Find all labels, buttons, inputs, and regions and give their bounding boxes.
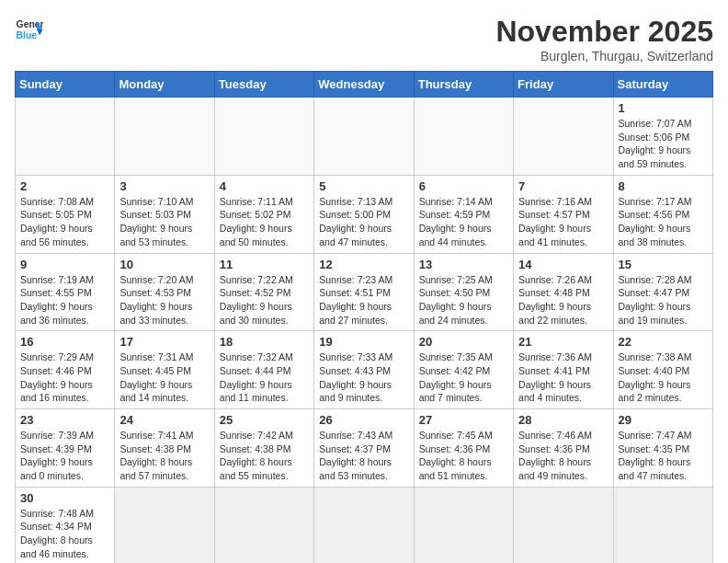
day-number: 2 — [20, 179, 109, 193]
day-number: 1 — [619, 101, 708, 115]
calendar-cell — [115, 98, 214, 176]
calendar-cell: 5Sunrise: 7:13 AM Sunset: 5:00 PM Daylig… — [314, 175, 414, 253]
header-wednesday: Wednesday — [314, 72, 414, 98]
location: Burglen, Thurgau, Switzerland — [495, 49, 713, 63]
day-number: 30 — [20, 491, 109, 505]
calendar-cell: 25Sunrise: 7:42 AM Sunset: 4:38 PM Dayli… — [214, 409, 313, 488]
header-tuesday: Tuesday — [214, 72, 313, 98]
header-sunday: Sunday — [16, 72, 115, 98]
calendar-cell: 26Sunrise: 7:43 AM Sunset: 4:37 PM Dayli… — [314, 409, 414, 488]
day-info: Sunrise: 7:08 AM Sunset: 5:05 PM Dayligh… — [20, 195, 109, 249]
day-info: Sunrise: 7:20 AM Sunset: 4:53 PM Dayligh… — [119, 273, 209, 327]
day-info: Sunrise: 7:41 AM Sunset: 4:38 PM Dayligh… — [119, 429, 209, 483]
calendar-cell — [115, 487, 214, 563]
calendar-cell — [214, 98, 313, 176]
day-info: Sunrise: 7:35 AM Sunset: 4:42 PM Dayligh… — [419, 350, 508, 405]
header-saturday: Saturday — [613, 72, 712, 98]
day-info: Sunrise: 7:10 AM Sunset: 5:03 PM Dayligh… — [119, 195, 209, 249]
calendar-cell — [514, 98, 613, 176]
day-number: 3 — [119, 179, 209, 193]
day-number: 10 — [119, 258, 209, 271]
calendar-cell — [414, 98, 513, 176]
day-number: 23 — [20, 413, 109, 427]
day-info: Sunrise: 7:13 AM Sunset: 5:00 PM Dayligh… — [319, 195, 408, 249]
calendar-cell: 12Sunrise: 7:23 AM Sunset: 4:51 PM Dayli… — [314, 253, 414, 331]
calendar-cell — [613, 487, 712, 563]
day-info: Sunrise: 7:17 AM Sunset: 4:56 PM Dayligh… — [619, 195, 708, 249]
day-number: 12 — [319, 258, 408, 271]
day-info: Sunrise: 7:42 AM Sunset: 4:38 PM Dayligh… — [220, 429, 309, 483]
day-info: Sunrise: 7:38 AM Sunset: 4:40 PM Dayligh… — [619, 350, 708, 405]
calendar-cell: 2Sunrise: 7:08 AM Sunset: 5:05 PM Daylig… — [16, 175, 115, 253]
calendar-cell: 30Sunrise: 7:48 AM Sunset: 4:34 PM Dayli… — [16, 487, 115, 563]
month-title: November 2025 — [495, 15, 713, 49]
calendar-cell: 28Sunrise: 7:46 AM Sunset: 4:36 PM Dayli… — [514, 409, 613, 488]
calendar-cell: 4Sunrise: 7:11 AM Sunset: 5:02 PM Daylig… — [214, 175, 313, 253]
day-info: Sunrise: 7:46 AM Sunset: 4:36 PM Dayligh… — [518, 429, 608, 483]
day-number: 15 — [619, 258, 708, 271]
day-number: 9 — [20, 258, 109, 271]
calendar-cell: 10Sunrise: 7:20 AM Sunset: 4:53 PM Dayli… — [115, 253, 214, 331]
day-number: 17 — [119, 335, 209, 349]
svg-marker-3 — [37, 29, 42, 35]
week-row-4: 16Sunrise: 7:29 AM Sunset: 4:46 PM Dayli… — [16, 331, 713, 409]
day-number: 19 — [319, 335, 408, 349]
calendar-cell: 21Sunrise: 7:36 AM Sunset: 4:41 PM Dayli… — [514, 331, 613, 409]
week-row-5: 23Sunrise: 7:39 AM Sunset: 4:39 PM Dayli… — [16, 409, 713, 488]
day-number: 22 — [619, 335, 708, 349]
week-row-3: 9Sunrise: 7:19 AM Sunset: 4:55 PM Daylig… — [16, 253, 713, 331]
day-info: Sunrise: 7:23 AM Sunset: 4:51 PM Dayligh… — [319, 273, 408, 327]
calendar-cell: 13Sunrise: 7:25 AM Sunset: 4:50 PM Dayli… — [414, 253, 513, 331]
day-number: 16 — [20, 335, 109, 349]
calendar-cell: 18Sunrise: 7:32 AM Sunset: 4:44 PM Dayli… — [214, 331, 313, 409]
day-info: Sunrise: 7:25 AM Sunset: 4:50 PM Dayligh… — [419, 273, 508, 327]
calendar-cell — [214, 487, 313, 563]
calendar-cell: 3Sunrise: 7:10 AM Sunset: 5:03 PM Daylig… — [115, 175, 214, 253]
day-number: 8 — [619, 179, 708, 193]
calendar-cell — [16, 98, 115, 176]
day-info: Sunrise: 7:36 AM Sunset: 4:41 PM Dayligh… — [518, 350, 608, 405]
calendar-cell: 1Sunrise: 7:07 AM Sunset: 5:06 PM Daylig… — [613, 98, 712, 176]
day-number: 26 — [319, 413, 408, 427]
calendar-cell — [314, 487, 414, 563]
day-number: 27 — [419, 413, 508, 427]
calendar-cell: 7Sunrise: 7:16 AM Sunset: 4:57 PM Daylig… — [514, 175, 613, 253]
calendar-cell: 15Sunrise: 7:28 AM Sunset: 4:47 PM Dayli… — [613, 253, 712, 331]
day-info: Sunrise: 7:16 AM Sunset: 4:57 PM Dayligh… — [518, 195, 608, 249]
day-info: Sunrise: 7:19 AM Sunset: 4:55 PM Dayligh… — [20, 273, 109, 327]
calendar-cell — [514, 487, 613, 563]
day-info: Sunrise: 7:14 AM Sunset: 4:59 PM Dayligh… — [419, 195, 508, 249]
day-number: 29 — [619, 413, 708, 427]
calendar-cell — [314, 98, 414, 176]
calendar-cell: 27Sunrise: 7:45 AM Sunset: 4:36 PM Dayli… — [414, 409, 513, 488]
day-info: Sunrise: 7:33 AM Sunset: 4:43 PM Dayligh… — [319, 350, 408, 405]
day-info: Sunrise: 7:26 AM Sunset: 4:48 PM Dayligh… — [518, 273, 608, 327]
calendar-cell: 16Sunrise: 7:29 AM Sunset: 4:46 PM Dayli… — [16, 331, 115, 409]
day-info: Sunrise: 7:11 AM Sunset: 5:02 PM Dayligh… — [220, 195, 309, 249]
day-info: Sunrise: 7:28 AM Sunset: 4:47 PM Dayligh… — [619, 273, 708, 327]
day-info: Sunrise: 7:45 AM Sunset: 4:36 PM Dayligh… — [419, 429, 508, 483]
day-info: Sunrise: 7:39 AM Sunset: 4:39 PM Dayligh… — [20, 429, 109, 483]
calendar-cell: 6Sunrise: 7:14 AM Sunset: 4:59 PM Daylig… — [414, 175, 513, 253]
day-number: 14 — [518, 258, 608, 271]
logo: General Blue — [15, 15, 44, 44]
title-area: November 2025 Burglen, Thurgau, Switzerl… — [495, 15, 713, 63]
day-info: Sunrise: 7:47 AM Sunset: 4:35 PM Dayligh… — [619, 429, 708, 483]
calendar-cell: 14Sunrise: 7:26 AM Sunset: 4:48 PM Dayli… — [514, 253, 613, 331]
day-number: 11 — [220, 258, 309, 271]
day-number: 5 — [319, 179, 408, 193]
day-number: 7 — [518, 179, 608, 193]
day-number: 21 — [518, 335, 608, 349]
calendar-cell: 17Sunrise: 7:31 AM Sunset: 4:45 PM Dayli… — [115, 331, 214, 409]
calendar-cell: 19Sunrise: 7:33 AM Sunset: 4:43 PM Dayli… — [314, 331, 414, 409]
calendar-cell: 22Sunrise: 7:38 AM Sunset: 4:40 PM Dayli… — [613, 331, 712, 409]
calendar-cell: 24Sunrise: 7:41 AM Sunset: 4:38 PM Dayli… — [115, 409, 214, 488]
day-number: 24 — [119, 413, 209, 427]
day-number: 25 — [220, 413, 309, 427]
calendar-cell: 9Sunrise: 7:19 AM Sunset: 4:55 PM Daylig… — [16, 253, 115, 331]
day-info: Sunrise: 7:48 AM Sunset: 4:34 PM Dayligh… — [20, 507, 109, 561]
day-info: Sunrise: 7:22 AM Sunset: 4:52 PM Dayligh… — [220, 273, 309, 327]
day-info: Sunrise: 7:31 AM Sunset: 4:45 PM Dayligh… — [119, 350, 209, 405]
calendar-cell: 8Sunrise: 7:17 AM Sunset: 4:56 PM Daylig… — [613, 175, 712, 253]
calendar-cell — [414, 487, 513, 563]
